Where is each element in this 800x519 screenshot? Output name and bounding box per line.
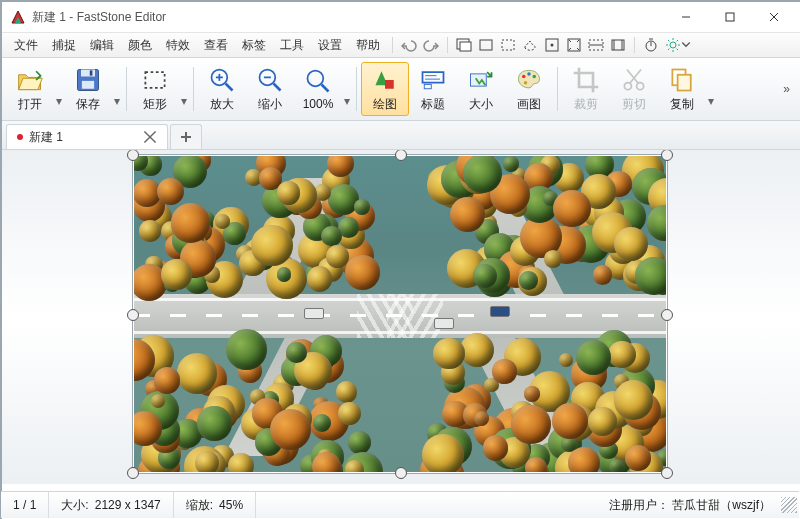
svg-rect-55 bbox=[678, 74, 691, 90]
zoom-in-icon bbox=[208, 66, 236, 94]
menu-settings[interactable]: 设置 bbox=[312, 35, 348, 56]
titlebar: 新建 1 - FastStone Editor bbox=[2, 2, 800, 33]
menu-help[interactable]: 帮助 bbox=[350, 35, 386, 56]
status-user: 注册用户： 苦瓜甘甜（wszjf） bbox=[599, 497, 781, 514]
menu-capture[interactable]: 捕捉 bbox=[46, 35, 82, 56]
tab-label: 新建 1 bbox=[29, 129, 143, 146]
svg-rect-29 bbox=[81, 69, 95, 76]
toolbar-overflow-icon[interactable]: » bbox=[783, 82, 796, 96]
copy-icon bbox=[668, 66, 696, 94]
status-user-label: 注册用户： bbox=[609, 498, 669, 512]
scissors-icon bbox=[620, 66, 648, 94]
svg-rect-1 bbox=[726, 13, 734, 21]
rect-label: 矩形 bbox=[143, 96, 167, 113]
menu-view[interactable]: 查看 bbox=[198, 35, 234, 56]
crop-label: 裁剪 bbox=[574, 96, 598, 113]
zoom-out-button[interactable]: 缩小 bbox=[246, 62, 294, 116]
crop-icon bbox=[572, 66, 600, 94]
marquee-icon[interactable] bbox=[498, 35, 518, 55]
open-folder-icon bbox=[16, 66, 44, 94]
zoom-in-label: 放大 bbox=[210, 96, 234, 113]
image-preview bbox=[134, 156, 666, 472]
capture-rect-icon[interactable] bbox=[476, 35, 496, 55]
crop-button[interactable]: 裁剪 bbox=[562, 62, 610, 116]
svg-rect-32 bbox=[145, 72, 164, 88]
rect-dropdown[interactable]: ▾ bbox=[179, 56, 189, 122]
open-label: 打开 bbox=[18, 96, 42, 113]
caption-label: 标题 bbox=[421, 96, 445, 113]
copy-dropdown[interactable]: ▾ bbox=[706, 56, 716, 122]
handle-mid-right[interactable] bbox=[661, 309, 673, 321]
crop-tool-icon[interactable] bbox=[586, 35, 606, 55]
cut-button[interactable]: 剪切 bbox=[610, 62, 658, 116]
rect-select-button[interactable]: 矩形 bbox=[131, 62, 179, 116]
handle-bottom-left[interactable] bbox=[127, 467, 139, 479]
timer-icon[interactable] bbox=[641, 35, 661, 55]
zoom-100-button[interactable]: 100% bbox=[294, 62, 342, 116]
svg-rect-31 bbox=[90, 70, 93, 75]
filmstrip-icon[interactable] bbox=[608, 35, 628, 55]
zoom-dropdown[interactable]: ▾ bbox=[342, 56, 352, 122]
size-button[interactable]: 大小 bbox=[457, 62, 505, 116]
save-dropdown[interactable]: ▾ bbox=[112, 56, 122, 122]
status-zoom-label: 缩放: bbox=[186, 497, 213, 514]
svg-line-26 bbox=[668, 49, 669, 50]
tab-close-icon[interactable] bbox=[143, 130, 157, 144]
draw-button[interactable]: 绘图 bbox=[361, 62, 409, 116]
redo-icon[interactable] bbox=[421, 35, 441, 55]
save-button[interactable]: 保存 bbox=[64, 62, 112, 116]
handle-bottom-mid[interactable] bbox=[395, 467, 407, 479]
canvas-area[interactable] bbox=[2, 150, 800, 484]
menu-edit[interactable]: 编辑 bbox=[84, 35, 120, 56]
svg-line-38 bbox=[274, 83, 281, 90]
undo-icon[interactable] bbox=[399, 35, 419, 55]
svg-point-40 bbox=[308, 71, 324, 87]
close-button[interactable] bbox=[752, 2, 796, 32]
save-icon bbox=[74, 66, 102, 94]
arrows-out-icon[interactable] bbox=[564, 35, 584, 55]
image-selection[interactable] bbox=[132, 154, 668, 474]
copy-label: 复制 bbox=[670, 96, 694, 113]
menu-effects[interactable]: 特效 bbox=[160, 35, 196, 56]
handle-mid-left[interactable] bbox=[127, 309, 139, 321]
menu-tools[interactable]: 工具 bbox=[274, 35, 310, 56]
paint-button[interactable]: 画图 bbox=[505, 62, 553, 116]
maximize-button[interactable] bbox=[708, 2, 752, 32]
svg-point-50 bbox=[533, 74, 537, 78]
svg-point-51 bbox=[524, 80, 528, 84]
marquee-rect-icon bbox=[141, 66, 169, 94]
modified-dot-icon bbox=[17, 134, 23, 140]
save-label: 保存 bbox=[76, 96, 100, 113]
svg-line-41 bbox=[322, 85, 329, 92]
svg-rect-46 bbox=[424, 84, 431, 88]
caption-button[interactable]: 标题 bbox=[409, 62, 457, 116]
freeform-icon[interactable] bbox=[520, 35, 540, 55]
copy-button[interactable]: 复制 bbox=[658, 62, 706, 116]
status-page-value: 1 / 1 bbox=[13, 498, 36, 512]
menu-tags[interactable]: 标签 bbox=[236, 35, 272, 56]
size-label: 大小 bbox=[469, 96, 493, 113]
status-user-value: 苦瓜甘甜（wszjf） bbox=[672, 498, 771, 512]
minimize-button[interactable] bbox=[664, 2, 708, 32]
svg-point-19 bbox=[670, 42, 676, 48]
gear-icon[interactable] bbox=[663, 35, 683, 55]
resize-grip-icon[interactable] bbox=[781, 497, 797, 513]
menu-file[interactable]: 文件 bbox=[8, 35, 44, 56]
zoom-in-button[interactable]: 放大 bbox=[198, 62, 246, 116]
handle-bottom-right[interactable] bbox=[661, 467, 673, 479]
gear-dropdown-icon[interactable] bbox=[681, 35, 691, 55]
status-zoom-value: 45% bbox=[219, 498, 243, 512]
open-button[interactable]: 打开 bbox=[6, 62, 54, 116]
window-title: 新建 1 - FastStone Editor bbox=[32, 9, 166, 26]
handle-top-right[interactable] bbox=[661, 150, 673, 161]
fullscreen-icon[interactable] bbox=[542, 35, 562, 55]
menu-color[interactable]: 颜色 bbox=[122, 35, 158, 56]
capture-window-icon[interactable] bbox=[454, 35, 474, 55]
tab-document[interactable]: 新建 1 bbox=[6, 124, 168, 149]
zoom-out-icon bbox=[256, 66, 284, 94]
svg-line-34 bbox=[226, 83, 233, 90]
zoom-100-label: 100% bbox=[303, 97, 334, 111]
open-dropdown[interactable]: ▾ bbox=[54, 56, 64, 122]
svg-rect-30 bbox=[82, 80, 94, 88]
new-tab-button[interactable] bbox=[170, 124, 202, 149]
